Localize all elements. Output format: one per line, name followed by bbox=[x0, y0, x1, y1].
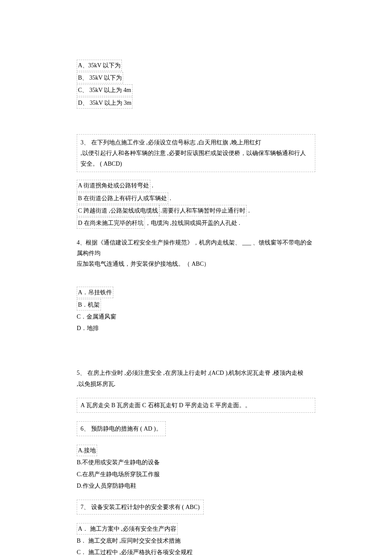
q5-stem-line2: ,以免损坏房瓦. bbox=[77, 379, 315, 389]
q3-b-dot: . bbox=[168, 195, 171, 201]
q6-stem: 6、 预防静电的措施有 ( AD )。 bbox=[77, 421, 166, 436]
q4-options: A．吊挂铁件 B．机架 C．金属通风窗 D．地排 bbox=[77, 287, 315, 334]
q4-stem: 4、根据《通信建设工程安全生产操作规范》，机房内走线架、 ___ 、馈线窗等不带… bbox=[77, 237, 315, 270]
q6-option-d: D.作业人员穿防静电鞋 bbox=[77, 480, 315, 491]
q6-a-text: A.接地 bbox=[77, 445, 97, 456]
q4-option-b: B．机架 bbox=[77, 299, 315, 311]
option-a-text: A、35kV 以下为 bbox=[77, 60, 122, 71]
q5-stem-line1: 5、 在房上作业时 ,必须注意安全 ,在房顶上行走时 ,(ACD ),机制水泥瓦… bbox=[77, 368, 315, 378]
q7-stem-box: 7、 设备安装工程计划中的安全要求有 ( ABC) bbox=[77, 500, 315, 515]
q6-option-b: B.不使用或安装产生静电的设备 bbox=[77, 457, 315, 468]
q3-stem-box: 3、 在下列地点施工作业 ,必须设立信号标志 ,白天用红旗 ,晚上用红灯 ,以便… bbox=[77, 134, 315, 173]
q5-options-box: A 瓦房走尖 B 瓦房走面 C 石棉瓦走钉 D 平房走边 E 平房走面。。 bbox=[77, 398, 315, 413]
q7-stem: 7、 设备安装工程计划中的安全要求有 ( ABC) bbox=[77, 500, 204, 515]
q3-c-dot: . bbox=[247, 207, 250, 214]
q7-option-a: A． 施工方案中 ,必须有安全生产内容 bbox=[77, 523, 315, 535]
q4-option-d: D．地排 bbox=[77, 323, 315, 334]
q4-option-c: C．金属通风窗 bbox=[77, 311, 315, 322]
option-c: C、 35kV 以上为 4m bbox=[77, 84, 315, 96]
q3-option-b: B 在街道公路上有碍行人或车辆处 . bbox=[77, 193, 315, 204]
option-b-text: B、 35kV 以下为 bbox=[77, 72, 123, 83]
q3-b-text: B 在街道公路上有碍行人或车辆处 bbox=[77, 193, 168, 204]
q7-option-c: C． 施工过程中 ,必须严格执行各项安全规程 bbox=[77, 547, 315, 555]
q3-c-pre: C 跨越街道 ,公路架线或电缆线 bbox=[77, 205, 159, 216]
q4-stem-line1: 4、根据《通信建设工程安全生产操作规范》，机房内走线架、 ___ 、馈线窗等不带… bbox=[77, 237, 315, 259]
q3-stem-line1: 3、 在下列地点施工作业 ,必须设立信号标志 ,白天用红旗 ,晚上用红灯 bbox=[81, 137, 311, 148]
q4-b-text: B．机架 bbox=[77, 299, 101, 311]
q3-d-post: ，电缆沟 ,拉线洞或揭开盖的人孔处 . bbox=[145, 220, 240, 226]
q4-stem-line2: 应加装电气连通线，并安装保护接地线。（ ABC） bbox=[77, 259, 315, 269]
option-c-text: C、 35kV 以上为 4m bbox=[77, 84, 133, 96]
q3-options: A 街道拐角处或公路转弯处 . B 在街道公路上有碍行人或车辆处 . C 跨越街… bbox=[77, 180, 315, 229]
q6-options: A.接地 B.不使用或安装产生静电的设备 C.在易产生静电场所穿脱工作服 D.作… bbox=[77, 445, 315, 491]
option-d: D、 35kV 以上为 3m bbox=[77, 97, 315, 109]
q2-options: A、35kV 以下为 B、 35kV 以下为 C、 35kV 以上为 4m D、… bbox=[77, 60, 315, 109]
q7-options: A． 施工方案中 ,必须有安全生产内容 B． 施工交底时 ,应同时交安全技术措施… bbox=[77, 523, 315, 555]
option-a: A、35kV 以下为 bbox=[77, 60, 315, 71]
q7-option-b: B． 施工交底时 ,应同时交安全技术措施 bbox=[77, 535, 315, 546]
q3-d-pre: D 在尚未施工完毕的杆坑 bbox=[77, 217, 145, 229]
q3-a-dot: . bbox=[150, 182, 153, 189]
q7-a-text: A． 施工方案中 ,必须有安全生产内容 bbox=[77, 523, 178, 535]
q4-a-text: A．吊挂铁件 bbox=[77, 287, 113, 298]
q4-option-a: A．吊挂铁件 bbox=[77, 287, 315, 298]
q6-option-a: A.接地 bbox=[77, 445, 315, 456]
q3-option-c: C 跨越街道 ,公路架线或电缆线.需要行人和车辆暂时停止通行时 . bbox=[77, 205, 315, 216]
q6-stem-box: 6、 预防静电的措施有 ( AD )。 bbox=[77, 421, 315, 436]
q3-option-a: A 街道拐角处或公路转弯处 . bbox=[77, 180, 315, 191]
option-b: B、 35kV 以下为 bbox=[77, 72, 315, 83]
q5-stem: 5、 在房上作业时 ,必须注意安全 ,在房顶上行走时 ,(ACD ),机制水泥瓦… bbox=[77, 368, 315, 389]
q3-option-d: D 在尚未施工完毕的杆坑，电缆沟 ,拉线洞或揭开盖的人孔处 . bbox=[77, 217, 315, 229]
q5-options-text: A 瓦房走尖 B 瓦房走面 C 石棉瓦走钉 D 平房走边 E 平房走面。。 bbox=[81, 402, 251, 408]
q6-option-c: C.在易产生静电场所穿脱工作服 bbox=[77, 469, 315, 480]
q3-a-text: A 街道拐角处或公路转弯处 bbox=[77, 180, 150, 191]
q3-c-post: .需要行人和车辆暂时停止通行时 bbox=[159, 205, 247, 216]
q3-stem-line2: ,以便引起行人和各种车辆的注意 ,必要时应该围栏或架设便桥，以确保车辆畅通和行人… bbox=[81, 148, 311, 169]
option-d-text: D、 35kV 以上为 3m bbox=[77, 97, 133, 109]
